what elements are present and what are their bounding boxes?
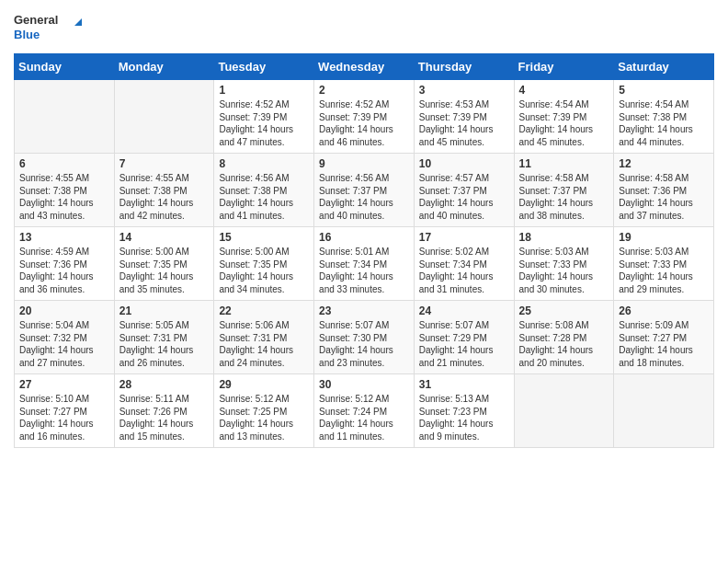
day-number: 16 [319,231,409,244]
day-number: 18 [519,231,609,244]
calendar-cell: 20Sunrise: 5:04 AMSunset: 7:32 PMDayligh… [15,301,115,374]
calendar-cell: 25Sunrise: 5:08 AMSunset: 7:28 PMDayligh… [514,301,614,374]
day-number: 19 [619,231,709,244]
day-number: 10 [419,157,509,170]
calendar-cell: 6Sunrise: 4:55 AMSunset: 7:38 PMDaylight… [15,154,115,227]
day-number: 7 [119,157,210,170]
calendar-cell: 23Sunrise: 5:07 AMSunset: 7:30 PMDayligh… [314,301,415,374]
day-info: Sunrise: 4:52 AMSunset: 7:39 PMDaylight:… [319,98,409,148]
calendar-cell [514,374,614,448]
day-info: Sunrise: 5:08 AMSunset: 7:28 PMDaylight:… [519,319,609,369]
svg-marker-1 [74,18,82,26]
day-number: 23 [319,304,409,317]
calendar-week-row: 20Sunrise: 5:04 AMSunset: 7:32 PMDayligh… [15,301,714,374]
calendar-cell: 4Sunrise: 4:54 AMSunset: 7:39 PMDaylight… [514,80,614,154]
svg-text:General: General [14,13,58,27]
day-number: 22 [219,304,309,317]
day-info: Sunrise: 5:12 AMSunset: 7:24 PMDaylight:… [319,393,409,442]
calendar-cell: 28Sunrise: 5:11 AMSunset: 7:26 PMDayligh… [114,374,214,448]
day-number: 24 [419,304,509,317]
calendar-week-row: 6Sunrise: 4:55 AMSunset: 7:38 PMDaylight… [15,154,714,227]
calendar-cell: 1Sunrise: 4:52 AMSunset: 7:39 PMDaylight… [214,80,314,154]
day-info: Sunrise: 5:01 AMSunset: 7:34 PMDaylight:… [319,246,409,295]
day-number: 2 [319,84,409,97]
day-number: 28 [119,378,210,391]
calendar-cell: 9Sunrise: 4:56 AMSunset: 7:37 PMDaylight… [314,154,415,227]
calendar-cell: 17Sunrise: 5:02 AMSunset: 7:34 PMDayligh… [414,227,514,301]
day-number: 5 [619,84,709,97]
day-number: 20 [19,304,109,317]
day-info: Sunrise: 5:09 AMSunset: 7:27 PMDaylight:… [619,319,709,369]
day-info: Sunrise: 4:54 AMSunset: 7:39 PMDaylight:… [519,98,609,148]
calendar-cell: 22Sunrise: 5:06 AMSunset: 7:31 PMDayligh… [214,301,314,374]
calendar-cell: 16Sunrise: 5:01 AMSunset: 7:34 PMDayligh… [314,227,415,301]
day-number: 8 [219,157,309,170]
calendar-cell: 14Sunrise: 5:00 AMSunset: 7:35 PMDayligh… [114,227,214,301]
day-info: Sunrise: 5:07 AMSunset: 7:30 PMDaylight:… [319,319,409,369]
weekday-header: Monday [114,54,214,80]
calendar-cell: 8Sunrise: 4:56 AMSunset: 7:38 PMDaylight… [214,154,314,227]
calendar-cell: 19Sunrise: 5:03 AMSunset: 7:33 PMDayligh… [614,227,714,301]
day-info: Sunrise: 4:56 AMSunset: 7:38 PMDaylight:… [219,172,309,222]
day-number: 6 [19,157,109,170]
calendar-cell: 5Sunrise: 4:54 AMSunset: 7:38 PMDaylight… [614,80,714,154]
day-info: Sunrise: 4:52 AMSunset: 7:39 PMDaylight:… [219,98,309,148]
calendar-cell: 7Sunrise: 4:55 AMSunset: 7:38 PMDaylight… [114,154,214,227]
calendar-cell: 3Sunrise: 4:53 AMSunset: 7:39 PMDaylight… [414,80,514,154]
calendar-cell: 13Sunrise: 4:59 AMSunset: 7:36 PMDayligh… [15,227,115,301]
weekday-header: Sunday [15,54,115,80]
day-number: 31 [419,378,509,391]
day-number: 26 [619,304,709,317]
day-number: 9 [319,157,409,170]
weekday-header: Friday [514,54,614,80]
day-info: Sunrise: 4:54 AMSunset: 7:38 PMDaylight:… [619,98,709,148]
day-info: Sunrise: 5:05 AMSunset: 7:31 PMDaylight:… [119,319,210,369]
day-number: 3 [419,84,509,97]
day-info: Sunrise: 4:58 AMSunset: 7:37 PMDaylight:… [519,172,609,222]
day-number: 21 [119,304,210,317]
day-number: 13 [19,231,109,244]
day-number: 14 [119,231,210,244]
day-info: Sunrise: 5:06 AMSunset: 7:31 PMDaylight:… [219,319,309,369]
day-info: Sunrise: 4:56 AMSunset: 7:37 PMDaylight:… [319,172,409,222]
calendar-cell: 2Sunrise: 4:52 AMSunset: 7:39 PMDaylight… [314,80,415,154]
day-info: Sunrise: 4:59 AMSunset: 7:36 PMDaylight:… [19,246,109,295]
day-info: Sunrise: 5:10 AMSunset: 7:27 PMDaylight:… [19,393,109,442]
svg-text:Blue: Blue [14,28,40,41]
calendar-cell: 18Sunrise: 5:03 AMSunset: 7:33 PMDayligh… [514,227,614,301]
calendar-cell: 27Sunrise: 5:10 AMSunset: 7:27 PMDayligh… [15,374,115,448]
day-number: 30 [319,378,409,391]
day-info: Sunrise: 5:00 AMSunset: 7:35 PMDaylight:… [119,246,210,295]
day-number: 11 [519,157,609,170]
weekday-header-row: SundayMondayTuesdayWednesdayThursdayFrid… [15,54,714,80]
weekday-header: Tuesday [214,54,314,80]
day-info: Sunrise: 4:53 AMSunset: 7:39 PMDaylight:… [419,98,509,148]
calendar-cell: 21Sunrise: 5:05 AMSunset: 7:31 PMDayligh… [114,301,214,374]
calendar-cell: 12Sunrise: 4:58 AMSunset: 7:36 PMDayligh… [614,154,714,227]
day-number: 4 [519,84,609,97]
calendar-cell [614,374,714,448]
day-info: Sunrise: 5:04 AMSunset: 7:32 PMDaylight:… [19,319,109,369]
calendar-cell [114,80,214,154]
day-number: 15 [219,231,309,244]
day-info: Sunrise: 5:03 AMSunset: 7:33 PMDaylight:… [619,246,709,295]
calendar-week-row: 13Sunrise: 4:59 AMSunset: 7:36 PMDayligh… [15,227,714,301]
calendar-cell: 31Sunrise: 5:13 AMSunset: 7:23 PMDayligh… [414,374,514,448]
day-number: 27 [19,378,109,391]
day-info: Sunrise: 5:12 AMSunset: 7:25 PMDaylight:… [219,393,309,442]
logo: General Blue [14,9,87,46]
weekday-header: Thursday [414,54,514,80]
calendar-cell: 30Sunrise: 5:12 AMSunset: 7:24 PMDayligh… [314,374,415,448]
calendar-week-row: 27Sunrise: 5:10 AMSunset: 7:27 PMDayligh… [15,374,714,448]
calendar-cell: 11Sunrise: 4:58 AMSunset: 7:37 PMDayligh… [514,154,614,227]
day-number: 29 [219,378,309,391]
day-info: Sunrise: 5:11 AMSunset: 7:26 PMDaylight:… [119,393,210,442]
page-header: General Blue [14,9,714,46]
calendar-week-row: 1Sunrise: 4:52 AMSunset: 7:39 PMDaylight… [15,80,714,154]
day-number: 25 [519,304,609,317]
calendar-cell: 26Sunrise: 5:09 AMSunset: 7:27 PMDayligh… [614,301,714,374]
day-info: Sunrise: 4:57 AMSunset: 7:37 PMDaylight:… [419,172,509,222]
calendar-cell [15,80,115,154]
day-info: Sunrise: 4:58 AMSunset: 7:36 PMDaylight:… [619,172,709,222]
logo-svg: General Blue [14,9,87,46]
